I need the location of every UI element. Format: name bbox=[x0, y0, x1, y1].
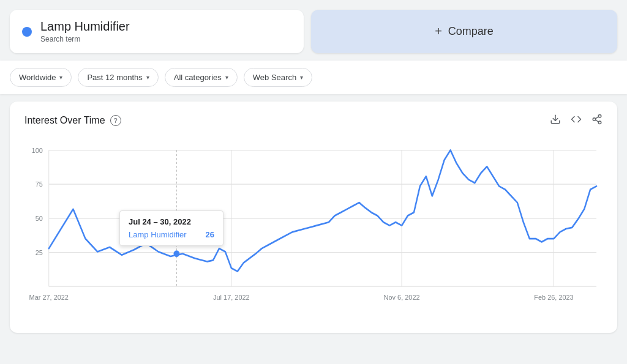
share-icon[interactable] bbox=[591, 114, 603, 127]
compare-label: Compare bbox=[448, 25, 494, 38]
compare-card[interactable]: + Compare bbox=[311, 10, 617, 53]
time-label: Past 12 months bbox=[87, 73, 142, 82]
region-chevron: ▾ bbox=[59, 74, 62, 81]
help-icon[interactable]: ? bbox=[110, 115, 121, 126]
term-type: Search term bbox=[40, 35, 130, 43]
region-label: Worldwide bbox=[19, 73, 56, 82]
filters-bar: Worldwide ▾ Past 12 months ▾ All categor… bbox=[0, 61, 627, 94]
main-content: Interest Over Time ? bbox=[0, 94, 627, 340]
svg-text:Mar 27, 2022: Mar 27, 2022 bbox=[29, 293, 69, 300]
category-label: All categories bbox=[174, 73, 222, 82]
chart-title: Interest Over Time bbox=[24, 115, 105, 126]
search-type-label: Web Search bbox=[253, 73, 296, 82]
svg-line-4 bbox=[595, 120, 598, 122]
chart-container: 100 75 50 25 Mar 27, 2022 Jul 17, 2022 N… bbox=[24, 137, 603, 321]
chart-card: Interest Over Time ? bbox=[10, 102, 617, 333]
svg-text:Feb 26, 2023: Feb 26, 2023 bbox=[534, 293, 573, 300]
code-icon[interactable] bbox=[571, 114, 582, 127]
svg-text:50: 50 bbox=[36, 215, 43, 222]
chart-title-group: Interest Over Time ? bbox=[24, 115, 121, 126]
search-term-card: Lamp Humidifier Search term bbox=[10, 10, 304, 53]
svg-point-24 bbox=[173, 250, 179, 257]
category-filter[interactable]: All categories ▾ bbox=[165, 68, 238, 87]
svg-text:Jul 17, 2022: Jul 17, 2022 bbox=[213, 293, 250, 300]
chart-header: Interest Over Time ? bbox=[24, 114, 603, 127]
chart-actions bbox=[550, 114, 603, 127]
download-icon[interactable] bbox=[550, 114, 561, 127]
region-filter[interactable]: Worldwide ▾ bbox=[10, 68, 72, 87]
search-term-dot bbox=[22, 27, 32, 37]
category-chevron: ▾ bbox=[225, 74, 228, 81]
search-type-filter[interactable]: Web Search ▾ bbox=[244, 68, 312, 87]
svg-text:25: 25 bbox=[36, 248, 43, 256]
svg-text:Nov 6, 2022: Nov 6, 2022 bbox=[384, 293, 420, 300]
svg-line-5 bbox=[595, 117, 598, 119]
top-section: Lamp Humidifier Search term + Compare bbox=[0, 0, 627, 61]
time-filter[interactable]: Past 12 months ▾ bbox=[78, 68, 158, 87]
search-term-text: Lamp Humidifier Search term bbox=[40, 20, 130, 43]
svg-text:75: 75 bbox=[36, 180, 43, 188]
svg-text:100: 100 bbox=[32, 146, 43, 154]
time-chevron: ▾ bbox=[146, 74, 149, 81]
search-type-chevron: ▾ bbox=[300, 74, 303, 81]
term-name: Lamp Humidifier bbox=[40, 20, 130, 34]
chart-svg: 100 75 50 25 Mar 27, 2022 Jul 17, 2022 N… bbox=[24, 137, 603, 321]
plus-icon: + bbox=[435, 24, 442, 39]
